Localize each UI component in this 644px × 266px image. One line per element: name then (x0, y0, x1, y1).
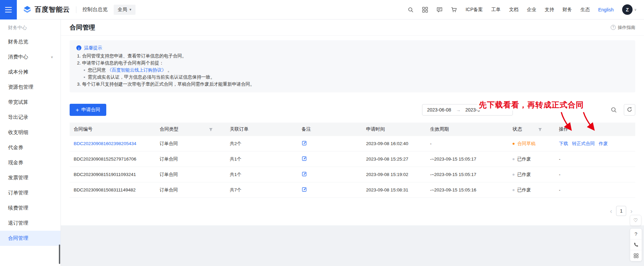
sidebar-item-contract-management[interactable]: 合同管理 (0, 231, 61, 246)
apply-time-cell: 2023-09-08 15:19:02 (362, 167, 426, 182)
cart-icon[interactable] (451, 7, 457, 13)
status-cell: 已作废 (508, 182, 555, 198)
scrollbar-thumb[interactable] (59, 245, 60, 264)
nav-ecosystem[interactable]: 生态 (580, 7, 590, 13)
sidebar-item-resource-packages[interactable]: 资源包管理 (0, 80, 61, 95)
apply-contract-button[interactable]: + 申请合同 (70, 104, 106, 116)
contract-table: 合同编号 合同类型 关联订单 备注 申请时间 生效周期 状态 (70, 123, 635, 198)
nav-finance[interactable]: 财务 (563, 7, 572, 13)
effective-period-cell: -~2023-09-15 15:05:17 (426, 167, 509, 182)
sidebar-item-cash-coupons[interactable]: 现金券 (0, 155, 61, 170)
status-dot (513, 189, 515, 191)
purchase-agreement-link[interactable]: 《百度智能云线上订购协议》 (107, 68, 166, 73)
hamburger-menu-button[interactable] (0, 0, 17, 19)
language-switch[interactable]: English (598, 7, 614, 12)
col-note: 备注 (298, 123, 362, 136)
bullet-dot (84, 70, 85, 71)
sidebar-item-unsubscribe-management[interactable]: 退订管理 (0, 216, 61, 231)
sidebar-item-vouchers[interactable]: 代金券 (0, 140, 61, 155)
tutorial-annotation-text: 先下载看看，再转成正式合同 (477, 99, 585, 110)
sidebar-item-finance-overview[interactable]: 财务总览 (0, 34, 61, 49)
sidebar-item-consumption-center[interactable]: 消费中心∨ (0, 49, 61, 64)
tips-section: i 温馨提示 1. 合同管理支持您申请、查看带订单信息的电子合同。 2. 申请带… (61, 36, 644, 96)
status-dot (513, 174, 515, 176)
sidebar-item-invoice-management[interactable]: 发票管理 (0, 170, 61, 185)
sidebar-item-cost-allocation[interactable]: 成本分摊 (0, 64, 61, 80)
sidebar-item-bandwidth-estimate[interactable]: 带宽试算 (0, 95, 61, 110)
prev-page-button[interactable]: ‹ (610, 208, 612, 214)
bullet-dot (84, 77, 85, 78)
operation-guide-link[interactable]: ? 操作指南 (611, 25, 635, 31)
status-badge: 已作废 (517, 157, 531, 162)
topbar-right: ICP备案 工单 文档 企业 支持 财务 生态 English Z ∨ (408, 4, 644, 15)
chevron-down-icon: ∨ (51, 55, 53, 59)
tips-line-3: 3. 每个订单只支持创建一次带电子章的正式合同，草稿合同需作废后才能重新申请合同… (77, 81, 629, 88)
tips-bullet-1: 您已同意 《百度智能云线上订购协议》 。 (84, 66, 629, 74)
filter-funnel-icon[interactable] (209, 127, 213, 131)
favorite-heart-icon[interactable]: ♡ (630, 215, 641, 226)
actions-cell: - (555, 151, 635, 167)
filter-funnel-icon[interactable] (538, 127, 542, 131)
contract-id-cell: BDC202309081525279716706 (70, 151, 156, 167)
nav-tickets[interactable]: 工单 (491, 7, 501, 13)
sidebar-item-export-records[interactable]: 导出记录 (0, 110, 61, 125)
table-search-icon[interactable] (610, 106, 617, 113)
nav-enterprise[interactable]: 企业 (527, 7, 536, 13)
brand-name: 百度智能云 (35, 5, 70, 14)
table-header-row: 合同编号 合同类型 关联订单 备注 申请时间 生效周期 状态 (70, 123, 635, 136)
caret-down-icon: ▾ (129, 7, 131, 12)
sidebar-item-income-expense-details[interactable]: 收支明细 (0, 125, 61, 140)
apply-time-cell: 2023-09-08 15:08:31 (362, 182, 426, 198)
sidebar-item-renewal-management[interactable]: 续费管理 (0, 201, 61, 216)
edit-note-icon[interactable] (302, 140, 307, 146)
effective-period-cell: - (426, 136, 509, 151)
message-icon[interactable] (437, 7, 443, 13)
actions-cell: - (555, 167, 635, 182)
edit-note-icon[interactable] (302, 156, 307, 161)
refresh-button[interactable] (624, 104, 635, 116)
status-cell: 已作废 (508, 151, 555, 167)
search-icon[interactable] (408, 7, 414, 13)
next-page-button[interactable]: › (630, 208, 633, 214)
region-selector-value: 全局 (118, 7, 127, 13)
related-orders-cell: 共2个 (226, 136, 298, 151)
brand-logo[interactable]: 百度智能云 (23, 5, 70, 14)
col-apply-time: 申请时间 (362, 123, 426, 136)
range-arrow-icon: → (456, 107, 461, 113)
console-overview-link[interactable]: 控制台总览 (82, 6, 108, 13)
sidebar-item-order-management[interactable]: 订单管理 (0, 185, 61, 201)
col-contract-id: 合同编号 (70, 123, 156, 136)
related-orders-cell: 共1个 (226, 151, 298, 167)
void-action-link[interactable]: 作废 (599, 141, 608, 146)
tips-bullet-2: 需完成实名认证，甲方信息必须与当前实名认证信息保持一致。 (84, 74, 629, 81)
apply-time-cell: 2023-09-08 15:25:27 (362, 151, 426, 167)
actions-cell: 下载转正式合同作废 (555, 136, 635, 151)
baidu-cloud-logo-icon (23, 5, 32, 14)
account-menu[interactable]: Z ∨ (622, 4, 637, 15)
apps-grid-icon[interactable] (422, 7, 428, 13)
page-number-button[interactable]: 1 (616, 206, 626, 216)
topbar: 百度智能云 控制台总览 全局 ▾ ICP备案 工单 文档 企业 支持 财务 生态… (0, 0, 644, 19)
status-cell: 合同草稿 (508, 136, 555, 151)
table-row: BDC202309081519011093241 订单合同 共1个 2023-0… (70, 167, 635, 182)
nav-support[interactable]: 支持 (545, 7, 554, 13)
convert-to-formal-action-link[interactable]: 转正式合同 (572, 141, 595, 146)
tips-line-2: 2. 申请带订单信息的电子合同有两个前提： (77, 59, 629, 66)
region-selector[interactable]: 全局 ▾ (114, 5, 136, 15)
avatar: Z (622, 4, 633, 15)
help-circle-icon: ? (611, 25, 616, 30)
tutorial-annotation-arrows (553, 111, 603, 135)
phone-support-icon[interactable] (630, 239, 642, 250)
help-icon[interactable]: ? (630, 229, 642, 239)
date-from-value: 2023-06-08 (427, 107, 451, 113)
status-dot (513, 143, 515, 145)
download-action-link[interactable]: 下载 (559, 141, 568, 146)
edit-note-icon[interactable] (302, 171, 307, 177)
nav-docs[interactable]: 文档 (509, 7, 519, 13)
edit-note-icon[interactable] (302, 187, 307, 192)
tips-title: 温馨提示 (84, 44, 102, 51)
floating-toolbar: ♡ ? (630, 215, 642, 261)
contract-id-link[interactable]: BDC202309081602398205434 (74, 141, 136, 146)
nav-icp[interactable]: ICP备案 (465, 7, 483, 13)
mini-apps-grid-icon[interactable] (630, 250, 642, 261)
